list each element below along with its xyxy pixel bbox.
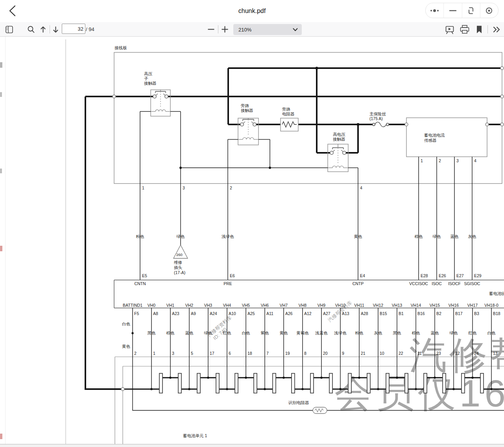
target-circle-icon: [485, 7, 493, 15]
connector-pin-id: A8: [153, 311, 158, 316]
connector-cavity-number: 24: [474, 351, 479, 356]
wire-color-label: 棕色: [166, 330, 175, 335]
connector-pin-id: A28: [361, 311, 368, 316]
module-terminal-name: VH1: [166, 303, 175, 308]
module-terminal-name: VH4: [223, 303, 231, 308]
service-plug-number: 260: [176, 252, 183, 257]
search-button[interactable]: [27, 22, 35, 37]
module-terminal-name: VH10: [335, 303, 345, 308]
wire-color-label: 绿色: [177, 234, 185, 239]
wire-color-label: 浅绿色: [334, 330, 347, 335]
wire-color-label: 黄色: [280, 330, 288, 335]
wire-color-label: 白色: [487, 330, 496, 335]
connector-pin-id: B15: [380, 311, 387, 316]
connector-pin-id: B16: [417, 311, 425, 316]
prev-page-button[interactable]: [40, 22, 46, 37]
module-label-cut: 蓄电池状: [489, 291, 504, 296]
connector-cavity-number: 9: [342, 351, 344, 356]
zoom-level-select[interactable]: 210%: [233, 24, 302, 35]
presentation-icon: [445, 25, 454, 34]
zoom-level-value: 210%: [233, 27, 293, 33]
present-button[interactable]: [445, 22, 454, 37]
wire-color-label: 棕色: [412, 330, 421, 335]
connector-pin-id: A12: [304, 311, 312, 316]
pdf-toolbar: / 94 210%: [0, 22, 504, 37]
connector-cavity-number: 11: [417, 351, 422, 356]
module-terminal-name: VH9: [318, 303, 326, 308]
plus-icon: [221, 26, 229, 33]
window-controls: [425, 3, 498, 18]
connector-cavity-number: 21: [361, 351, 366, 356]
connector-pin-id: B2: [436, 311, 441, 316]
connector-pin-id: A9: [191, 311, 196, 316]
connector-cavity-number: 3: [172, 351, 174, 356]
board-pin-number: 3: [183, 185, 185, 190]
sensor-pin-number: 2: [439, 158, 441, 163]
wire-color-label: 黄色: [122, 344, 131, 349]
more-tools-button[interactable]: [493, 22, 501, 37]
bypass-contactor-label: 旁路: [241, 103, 249, 108]
wire-color-label: 绿色: [450, 330, 458, 335]
wire-color-label: 蓝色: [450, 234, 459, 239]
terminal-label: E27: [456, 273, 464, 278]
wire-color-label: 浅绿色: [221, 234, 234, 239]
printer-icon: [460, 25, 469, 34]
connector-cavity-number: 17: [210, 351, 214, 356]
bookmark-button[interactable]: [476, 22, 482, 37]
zoom-out-button[interactable]: [207, 22, 215, 37]
more-dots-icon: [430, 8, 440, 13]
module-terminal-name: VH16: [449, 303, 459, 308]
divider: [218, 25, 218, 33]
sensor-pin-number: 1: [421, 158, 423, 163]
connector-pin-id: A25: [247, 311, 255, 316]
board-pin-number: 4: [360, 185, 362, 190]
connector-pin-id: A23: [172, 311, 179, 316]
module-terminal-name: VH6: [261, 303, 269, 308]
hv-contactor-label: 接触器: [333, 137, 345, 141]
battery-unit-label: 蓄电池单元 1: [183, 433, 207, 438]
hv-sub-contactor-label: 接触器: [144, 81, 157, 85]
zoom-in-button[interactable]: [221, 22, 229, 37]
wire-color-label: 黑色: [148, 330, 156, 335]
divider: [487, 25, 488, 33]
next-page-button[interactable]: [52, 22, 59, 37]
module-terminal-name: VH5: [242, 303, 250, 308]
wire-color-label: 红色: [468, 330, 477, 335]
bypass-resistor-label: 电阻器: [282, 111, 295, 116]
module-terminal-name: VH7: [280, 303, 288, 308]
connector-cavity-number: 23: [436, 351, 441, 356]
connector-cavity-number: 8: [304, 351, 306, 356]
wire-color-label: 灰色: [468, 234, 477, 239]
target-button[interactable]: [480, 3, 498, 18]
minimize-button[interactable]: [443, 3, 462, 18]
wire-color-label: 白色: [242, 330, 251, 335]
connector-cavity-number: 1: [153, 351, 155, 356]
terminal-label: E6: [230, 273, 235, 278]
connector-pin-id: B1: [399, 311, 404, 316]
module-terminal-name: VH14: [411, 303, 421, 308]
sidebar-toggle-button[interactable]: [6, 22, 13, 37]
module-terminal-name: VH3: [204, 303, 212, 308]
connector-cavity-number: 5: [191, 351, 193, 356]
page-number-input[interactable]: [62, 24, 85, 34]
wire-color-label: 浅蓝色: [315, 330, 328, 335]
battery-current-sensor-label: 传感器: [424, 138, 437, 143]
connector-cavity-number: 2: [134, 351, 137, 356]
wire-color-label: 粉色: [355, 330, 364, 335]
sensor-pin-number: 4: [474, 158, 476, 163]
connector-cavity-number: 20: [323, 351, 328, 356]
sensor-pin-number: 3: [456, 158, 459, 163]
more-options-button[interactable]: [426, 3, 443, 18]
print-button[interactable]: [460, 22, 469, 37]
wire-color-label: 灰色: [374, 330, 383, 335]
module-terminal-name: VH11: [354, 303, 364, 308]
main-fuse-label: (175 A): [369, 116, 383, 121]
wire-color-label: 蓝色: [431, 330, 439, 335]
hv-sub-contactor-label: 子: [144, 76, 148, 81]
bypass-contactor-label: 接触器: [241, 108, 253, 113]
restore-button[interactable]: [462, 3, 480, 18]
connector-pin-id: B18: [493, 311, 500, 316]
arrow-down-icon: [52, 26, 59, 33]
connector-pin-id: A10: [229, 311, 236, 316]
page-total-label: / 94: [86, 22, 94, 37]
